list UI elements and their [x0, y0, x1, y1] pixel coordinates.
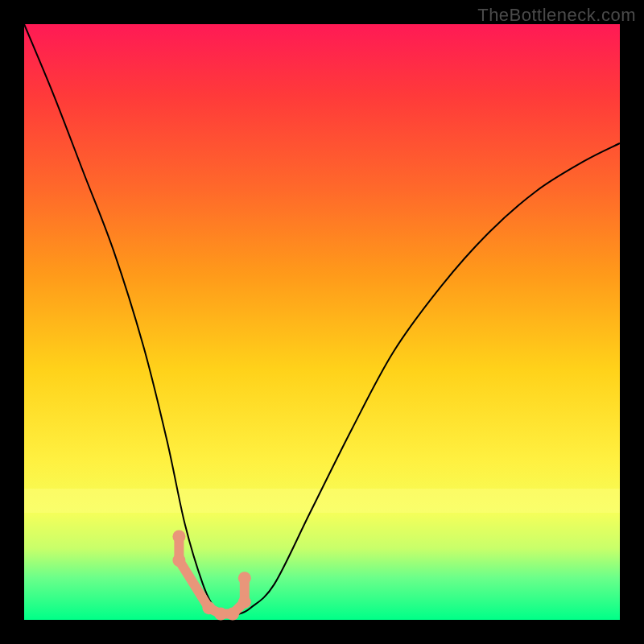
highlight-dot: [172, 554, 185, 567]
bottleneck-curve: [24, 24, 620, 615]
plot-area: [24, 24, 620, 620]
highlight-dots: [172, 530, 250, 620]
attribution-text: TheBottleneck.com: [477, 5, 636, 26]
chart-stage: TheBottleneck.com: [0, 0, 644, 644]
curve-svg: [24, 24, 620, 620]
highlight-dot: [172, 530, 185, 543]
highlight-dot: [202, 601, 215, 614]
highlight-dot: [238, 572, 251, 584]
highlight-dot: [214, 608, 227, 621]
highlight-dot: [238, 596, 251, 609]
highlight-dot: [226, 608, 239, 621]
